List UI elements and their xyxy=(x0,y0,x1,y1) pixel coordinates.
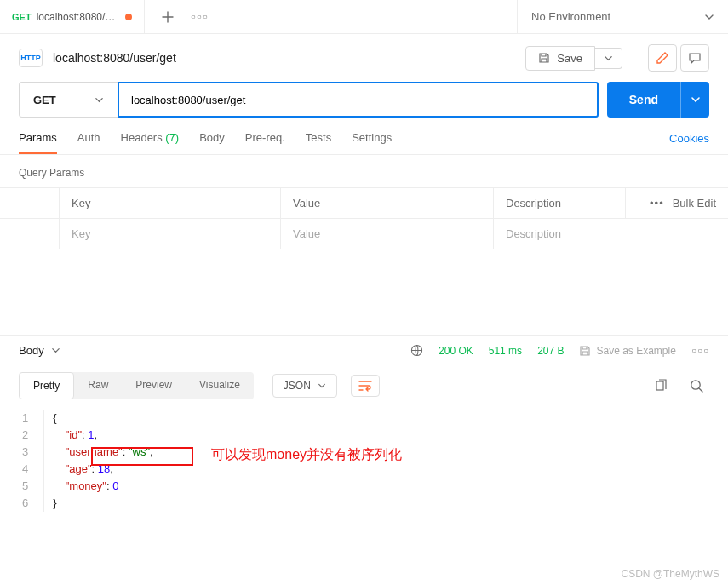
col-description: Description xyxy=(494,188,626,218)
method-label: GET xyxy=(33,94,56,106)
edit-button[interactable] xyxy=(648,44,677,72)
tab-settings[interactable]: Settings xyxy=(352,131,392,154)
request-tab[interactable]: GET localhost:8080/user/get xyxy=(0,0,145,33)
save-options-button[interactable] xyxy=(595,48,622,69)
plus-icon xyxy=(162,11,174,23)
tab-params[interactable]: Params xyxy=(19,131,57,154)
network-icon[interactable] xyxy=(410,344,423,357)
save-label: Save xyxy=(557,52,582,65)
response-header: Body 200 OK 511 ms 207 B Save as Example… xyxy=(0,335,728,365)
more-columns-button[interactable]: ••• xyxy=(650,197,664,209)
method-select[interactable]: GET xyxy=(19,82,118,118)
save-group: Save xyxy=(525,46,622,71)
save-example-label: Save as Example xyxy=(596,345,675,357)
chevron-down-icon xyxy=(95,95,104,105)
col-actions: ••• Bulk Edit xyxy=(626,188,728,218)
request-tabs: Params Auth Headers (7) Body Pre-req. Te… xyxy=(0,118,728,155)
line-number: 4 xyxy=(19,461,32,478)
tab-tests[interactable]: Tests xyxy=(306,131,331,154)
annotation-text: 可以发现money并没有被序列化 xyxy=(211,446,402,464)
headers-count: (7) xyxy=(165,131,179,144)
line-number: 2 xyxy=(19,427,32,444)
title-bar: HTTP localhost:8080/user/get Save xyxy=(0,34,728,82)
code-lines: { "id": 1, "username": "ws", "age": 18, … xyxy=(44,410,152,512)
response-tab-body[interactable]: Body xyxy=(19,344,60,357)
view-preview[interactable]: Preview xyxy=(122,372,186,399)
table-row[interactable]: Key Value Description xyxy=(0,219,728,249)
bulk-edit-link[interactable]: Bulk Edit xyxy=(673,197,716,209)
response-more-button[interactable]: ○○○ xyxy=(691,346,709,355)
status-code[interactable]: 200 OK xyxy=(439,345,473,357)
tab-headers-label: Headers xyxy=(121,131,163,144)
new-tab-button[interactable] xyxy=(162,11,174,23)
code-line: } xyxy=(53,495,152,512)
tab-headers[interactable]: Headers (7) xyxy=(121,131,180,154)
comment-icon xyxy=(688,51,702,65)
line-number: 5 xyxy=(19,478,32,495)
search-icon xyxy=(690,379,704,393)
code-line: "id": 1, xyxy=(53,427,152,444)
view-pretty[interactable]: Pretty xyxy=(19,372,74,399)
copy-response-button[interactable] xyxy=(654,379,668,393)
view-raw[interactable]: Raw xyxy=(74,372,122,399)
line-gutter: 1 2 3 4 5 6 xyxy=(19,410,44,512)
col-key: Key xyxy=(60,188,281,218)
chevron-down-icon xyxy=(51,346,60,355)
value-input[interactable]: Value xyxy=(281,219,494,249)
chevron-down-icon xyxy=(318,381,326,390)
line-number: 1 xyxy=(19,410,32,427)
save-button[interactable]: Save xyxy=(525,46,595,71)
tab-actions: ○○○ xyxy=(145,11,209,23)
unsaved-dot-icon xyxy=(125,14,132,20)
view-tab-group: Pretty Raw Preview Visualize xyxy=(19,372,254,399)
chevron-down-icon xyxy=(604,54,613,63)
tab-body[interactable]: Body xyxy=(199,131,225,154)
comments-button[interactable] xyxy=(680,44,709,72)
environment-label: No Environment xyxy=(531,10,610,23)
tab-method-label: GET xyxy=(12,12,32,22)
wrap-icon xyxy=(358,380,372,392)
view-visualize[interactable]: Visualize xyxy=(186,372,254,399)
code-line: "money": 0 xyxy=(53,478,152,495)
description-input[interactable]: Description xyxy=(494,219,728,249)
send-button[interactable]: Send xyxy=(607,82,680,118)
col-value: Value xyxy=(281,188,494,218)
http-badge-icon: HTTP xyxy=(19,49,43,67)
query-params-title: Query Params xyxy=(0,155,728,187)
format-label: JSON xyxy=(284,380,311,392)
query-params-table: Key Value Description ••• Bulk Edit Key … xyxy=(0,187,728,249)
save-icon xyxy=(579,345,591,357)
code-line: { xyxy=(53,410,152,427)
tab-title: localhost:8080/user/get xyxy=(37,11,120,23)
save-icon xyxy=(538,52,550,64)
search-response-button[interactable] xyxy=(690,379,704,393)
code-line: "age": 18, xyxy=(53,461,152,478)
environment-select[interactable]: No Environment xyxy=(517,0,728,33)
response-meta: 200 OK 511 ms 207 B Save as Example ○○○ xyxy=(410,344,709,357)
send-options-button[interactable] xyxy=(680,82,709,118)
key-input[interactable]: Key xyxy=(60,219,281,249)
line-number: 6 xyxy=(19,495,32,512)
response-view-tabs: Pretty Raw Preview Visualize JSON xyxy=(0,365,728,406)
row-checkbox[interactable] xyxy=(0,219,60,249)
title-icons xyxy=(648,44,709,72)
globe-icon xyxy=(410,344,423,357)
line-number: 3 xyxy=(19,444,32,461)
response-size[interactable]: 207 B xyxy=(537,345,564,357)
request-name[interactable]: localhost:8080/user/get xyxy=(53,51,176,65)
pencil-icon xyxy=(656,51,669,65)
tab-auth[interactable]: Auth xyxy=(77,131,100,154)
response-time[interactable]: 511 ms xyxy=(489,345,522,357)
cookies-link[interactable]: Cookies xyxy=(669,132,709,153)
save-as-example-button[interactable]: Save as Example xyxy=(579,345,675,357)
watermark: CSDN @TheMythWS xyxy=(621,568,719,580)
tab-overflow-button[interactable]: ○○○ xyxy=(191,12,209,21)
url-input[interactable] xyxy=(118,82,599,118)
send-group: Send xyxy=(607,82,709,118)
wrap-lines-button[interactable] xyxy=(351,375,380,397)
tab-prereq[interactable]: Pre-req. xyxy=(245,131,285,154)
format-select[interactable]: JSON xyxy=(272,374,337,398)
code-line: "username": "ws", xyxy=(53,444,152,461)
chevron-down-icon xyxy=(704,12,714,22)
chevron-down-icon xyxy=(691,95,701,105)
